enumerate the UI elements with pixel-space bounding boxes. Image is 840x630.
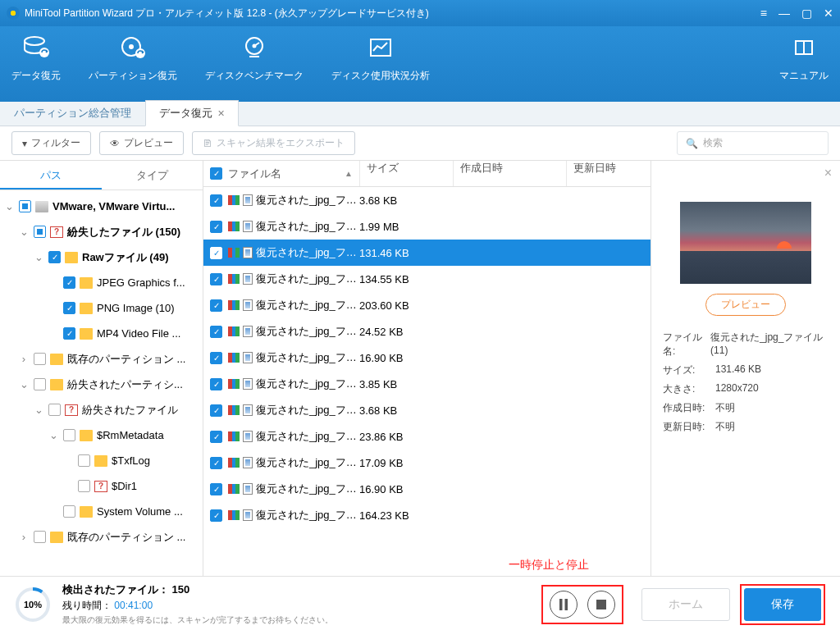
select-all-checkbox[interactable]: ✓ [210, 167, 222, 180]
file-checkbox[interactable]: ✓ [210, 326, 222, 338]
preview-button[interactable]: 👁プレビュー [99, 131, 184, 155]
ribbon-data-recovery[interactable]: データ復元 [11, 34, 61, 102]
file-checkbox[interactable]: ✓ [210, 509, 222, 522]
tree-item[interactable]: ?$Dir1 [0, 473, 203, 499]
file-checkbox[interactable]: ✓ [210, 247, 222, 259]
file-checkbox[interactable]: ✓ [210, 221, 222, 233]
checkbox[interactable] [78, 454, 90, 467]
checkbox[interactable]: ✓ [63, 276, 75, 289]
checkbox[interactable] [34, 531, 46, 543]
file-row[interactable]: ✓ 復元された_jpg_ファイ... 131.46 KB [203, 240, 651, 266]
file-checkbox[interactable]: ✓ [210, 483, 222, 495]
maximize-icon[interactable]: ▢ [801, 7, 812, 20]
file-row[interactable]: ✓ 復元された_jpg_ファイ... 3.85 KB [203, 371, 651, 397]
chevron-icon[interactable]: ⌄ [33, 251, 44, 263]
tree-item[interactable]: ⌄?紛失されたファイル [0, 397, 203, 422]
chevron-icon[interactable]: ⌄ [18, 226, 30, 238]
chevron-icon[interactable]: ⌄ [33, 404, 44, 416]
tree-item[interactable]: ✓MP4 Video File ... [0, 321, 203, 346]
minimize-icon[interactable]: — [778, 7, 790, 20]
preview-close-icon[interactable]: × [824, 166, 832, 180]
tree-item[interactable]: ✓PNG Image (10) [0, 295, 203, 321]
checkbox[interactable] [34, 378, 46, 390]
save-button[interactable]: 保存 [744, 588, 821, 621]
file-name: 復元された_jpg_ファイ... [256, 403, 359, 418]
tree-item[interactable]: ⌄紛失されたパーティシ... [0, 372, 203, 397]
checkbox[interactable] [48, 404, 61, 416]
tree-item[interactable]: ✓JPEG Graphics f... [0, 270, 203, 295]
ribbon-space-analyzer[interactable]: ディスク使用状況分析 [331, 34, 430, 102]
checkbox[interactable] [63, 505, 75, 518]
file-checkbox[interactable]: ✓ [210, 299, 222, 312]
file-row[interactable]: ✓ 復元された_jpg_ファイ... 164.23 KB [203, 502, 651, 528]
col-created[interactable]: 作成日時 [453, 161, 566, 186]
checkbox[interactable]: ✓ [63, 327, 75, 340]
tree-item[interactable]: ›既存のパーティション ... [0, 346, 203, 372]
file-row[interactable]: ✓ 復元された_jpg_ファイ... 24.52 KB [203, 318, 651, 345]
stop-button[interactable] [587, 591, 615, 619]
tree-item-label: $RmMetadata [97, 429, 203, 441]
tree-item-label: System Volume ... [97, 505, 203, 518]
file-row[interactable]: ✓ 復元された_jpg_ファイ... 23.86 KB [203, 423, 651, 450]
chevron-icon[interactable]: › [18, 531, 30, 543]
preview-open-button[interactable]: プレビュー [705, 294, 786, 316]
search-input[interactable]: 🔍検索 [677, 131, 829, 155]
file-checkbox[interactable]: ✓ [210, 273, 222, 285]
chevron-icon[interactable]: ⌄ [48, 429, 59, 441]
tab-partition-management[interactable]: パーティション総合管理 [0, 100, 145, 126]
checkbox[interactable] [34, 226, 46, 238]
pause-button[interactable] [550, 591, 578, 619]
folder-icon [50, 532, 63, 543]
col-modified[interactable]: 更新日時 [566, 161, 651, 186]
chevron-icon[interactable]: › [18, 353, 30, 365]
checkbox[interactable] [63, 429, 75, 441]
file-size: 3.68 KB [359, 194, 453, 207]
tree-item[interactable]: System Volume ... [0, 499, 203, 524]
file-checkbox[interactable]: ✓ [210, 431, 222, 443]
col-filename[interactable]: ファイル名▲ [228, 167, 359, 181]
menu-icon[interactable]: ≡ [760, 7, 767, 20]
tab-close-icon[interactable]: ✕ [217, 108, 225, 118]
file-row[interactable]: ✓ 復元された_jpg_ファイ... 203.60 KB [203, 292, 651, 318]
file-row[interactable]: ✓ 復元された_jpg_ファイ... 3.68 KB [203, 187, 651, 213]
tree-item[interactable]: ⌄VMware, VMware Virtu... [0, 194, 203, 219]
export-button[interactable]: 🖹スキャン結果をエクスポート [192, 131, 355, 155]
tab-data-recovery[interactable]: データ復元✕ [145, 100, 239, 126]
file-row[interactable]: ✓ 復元された_jpg_ファイ... 16.90 KB [203, 345, 651, 371]
tree-tab-type[interactable]: タイプ [102, 161, 203, 189]
file-list[interactable]: ✓ 復元された_jpg_ファイ... 3.68 KB✓ 復元された_jpg_ファ… [203, 187, 651, 576]
home-button[interactable]: ホーム [641, 588, 730, 621]
tree-item[interactable]: ⌄?紛失したファイル (150) [0, 219, 203, 244]
checkbox[interactable] [19, 200, 31, 212]
tree-tab-path[interactable]: パス [0, 161, 102, 189]
file-checkbox[interactable]: ✓ [210, 457, 222, 469]
data-recovery-icon [23, 34, 49, 61]
tree-item[interactable]: ›既存のパーティション ... [0, 524, 203, 550]
file-checkbox[interactable]: ✓ [210, 378, 222, 390]
file-checkbox[interactable]: ✓ [210, 404, 222, 417]
checkbox[interactable] [78, 480, 90, 492]
ribbon-manual[interactable]: マニュアル [779, 34, 829, 102]
file-row[interactable]: ✓ 復元された_jpg_ファイ... 16.90 KB [203, 476, 651, 502]
ribbon-benchmark[interactable]: ディスクベンチマーク [205, 34, 304, 102]
ribbon-partition-recovery[interactable]: パーティション復元 [89, 34, 177, 102]
close-icon[interactable]: ✕ [824, 7, 833, 20]
filter-button[interactable]: ▾フィルター [11, 131, 91, 155]
tree-item[interactable]: $TxfLog [0, 448, 203, 473]
file-row[interactable]: ✓ 復元された_jpg_ファイ... 3.68 KB [203, 397, 651, 423]
checkbox[interactable] [34, 353, 46, 365]
file-row[interactable]: ✓ 復元された_jpg_ファイ... 1.99 MB [203, 213, 651, 240]
file-row[interactable]: ✓ 復元された_jpg_ファイ... 134.55 KB [203, 266, 651, 292]
file-checkbox[interactable]: ✓ [210, 194, 222, 207]
file-size: 131.46 KB [359, 247, 453, 259]
file-row[interactable]: ✓ 復元された_jpg_ファイ... 17.09 KB [203, 450, 651, 476]
chevron-icon[interactable]: ⌄ [18, 378, 30, 390]
tree-item[interactable]: ⌄✓Rawファイル (49) [0, 244, 203, 270]
tree[interactable]: ⌄VMware, VMware Virtu...⌄?紛失したファイル (150)… [0, 190, 203, 576]
file-checkbox[interactable]: ✓ [210, 352, 222, 364]
checkbox[interactable]: ✓ [48, 251, 61, 263]
tree-item[interactable]: ⌄$RmMetadata [0, 422, 203, 448]
checkbox[interactable]: ✓ [63, 302, 75, 314]
col-size[interactable]: サイズ [359, 161, 453, 186]
chevron-icon[interactable]: ⌄ [3, 200, 15, 212]
